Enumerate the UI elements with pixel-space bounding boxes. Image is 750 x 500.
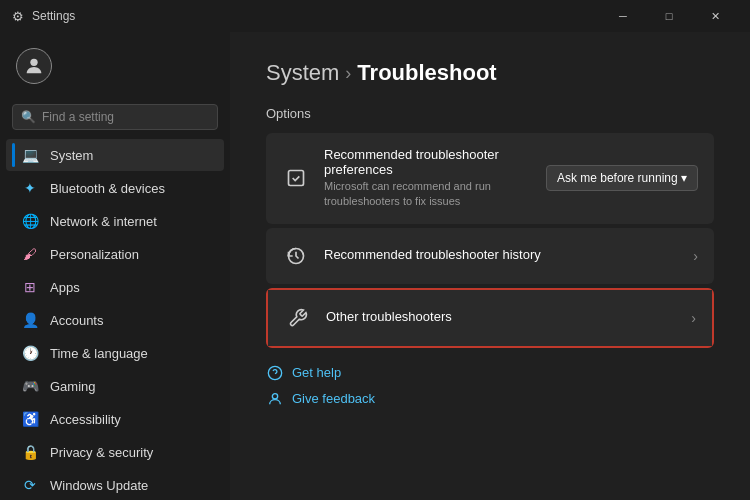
breadcrumb-parent[interactable]: System [266, 60, 339, 86]
other-troubleshooters-chevron: › [691, 310, 696, 326]
sidebar-item-system[interactable]: 💻System [6, 139, 224, 171]
avatar[interactable] [16, 48, 52, 84]
breadcrumb-arrow: › [345, 63, 351, 84]
card-other-troubleshooters: Other troubleshooters› [266, 288, 714, 348]
titlebar: ⚙ Settings ─ □ ✕ [0, 0, 750, 32]
main-layout: 🔍 💻System✦Bluetooth & devices🌐Network & … [0, 32, 750, 500]
other-troubleshooters-title: Other troubleshooters [326, 309, 677, 324]
recommended-prefs-title: Recommended troubleshooter preferences [324, 147, 532, 177]
gaming-icon: 🎮 [22, 378, 38, 394]
search-input[interactable] [42, 110, 209, 124]
other-troubleshooters-icon [284, 304, 312, 332]
accounts-icon: 👤 [22, 312, 38, 328]
sidebar-label-network: Network & internet [50, 214, 157, 229]
system-icon: 💻 [22, 147, 38, 163]
search-box[interactable]: 🔍 [12, 104, 218, 130]
sidebar-label-windows-update: Windows Update [50, 478, 148, 493]
get-help-label: Get help [292, 365, 341, 380]
settings-icon: ⚙ [12, 9, 24, 24]
sidebar-label-time: Time & language [50, 346, 148, 361]
windows-update-icon: ⟳ [22, 477, 38, 493]
bluetooth-icon: ✦ [22, 180, 38, 196]
content-area: System › Troubleshoot Options Recommende… [230, 32, 750, 500]
sidebar-item-gaming[interactable]: 🎮Gaming [6, 370, 224, 402]
breadcrumb: System › Troubleshoot [266, 60, 714, 86]
recommended-prefs-text: Recommended troubleshooter preferencesMi… [324, 147, 532, 210]
card-row-recommended-prefs[interactable]: Recommended troubleshooter preferencesMi… [266, 133, 714, 224]
link-get-help[interactable]: Get help [266, 364, 714, 382]
cards-list: Recommended troubleshooter preferencesMi… [266, 133, 714, 348]
recommended-history-text: Recommended troubleshooter history [324, 247, 679, 264]
sidebar-label-accounts: Accounts [50, 313, 103, 328]
card-recommended-prefs: Recommended troubleshooter preferencesMi… [266, 133, 714, 224]
recommended-history-title: Recommended troubleshooter history [324, 247, 679, 262]
card-recommended-history: Recommended troubleshooter history› [266, 228, 714, 284]
sidebar-label-system: System [50, 148, 93, 163]
close-button[interactable]: ✕ [692, 0, 738, 32]
sidebar-label-apps: Apps [50, 280, 80, 295]
card-row-other-troubleshooters[interactable]: Other troubleshooters› [268, 290, 712, 346]
svg-point-0 [30, 59, 37, 66]
recommended-prefs-dropdown[interactable]: Ask me before running ▾ [546, 165, 698, 191]
recommended-history-chevron: › [693, 248, 698, 264]
sidebar-item-time[interactable]: 🕐Time & language [6, 337, 224, 369]
sidebar-item-personalization[interactable]: 🖌Personalization [6, 238, 224, 270]
get-help-icon [266, 364, 284, 382]
recommended-prefs-subtitle: Microsoft can recommend and run troubles… [324, 179, 532, 210]
network-icon: 🌐 [22, 213, 38, 229]
breadcrumb-current: Troubleshoot [357, 60, 496, 86]
titlebar-title: Settings [32, 9, 75, 23]
recommended-prefs-icon [282, 164, 310, 192]
sidebar-item-bluetooth[interactable]: ✦Bluetooth & devices [6, 172, 224, 204]
personalization-icon: 🖌 [22, 246, 38, 262]
svg-rect-1 [289, 171, 304, 186]
maximize-button[interactable]: □ [646, 0, 692, 32]
sidebar-item-accessibility[interactable]: ♿Accessibility [6, 403, 224, 435]
nav-list: 💻System✦Bluetooth & devices🌐Network & in… [0, 138, 230, 500]
sidebar-label-gaming: Gaming [50, 379, 96, 394]
sidebar-item-apps[interactable]: ⊞Apps [6, 271, 224, 303]
accessibility-icon: ♿ [22, 411, 38, 427]
link-give-feedback[interactable]: Give feedback [266, 390, 714, 408]
sidebar: 🔍 💻System✦Bluetooth & devices🌐Network & … [0, 32, 230, 500]
time-icon: 🕐 [22, 345, 38, 361]
minimize-button[interactable]: ─ [600, 0, 646, 32]
sidebar-item-network[interactable]: 🌐Network & internet [6, 205, 224, 237]
sidebar-label-privacy: Privacy & security [50, 445, 153, 460]
apps-icon: ⊞ [22, 279, 38, 295]
svg-point-5 [272, 393, 277, 398]
card-row-recommended-history[interactable]: Recommended troubleshooter history› [266, 228, 714, 284]
sidebar-label-bluetooth: Bluetooth & devices [50, 181, 165, 196]
sidebar-label-accessibility: Accessibility [50, 412, 121, 427]
user-profile [0, 40, 230, 100]
sidebar-label-personalization: Personalization [50, 247, 139, 262]
give-feedback-icon [266, 390, 284, 408]
recommended-history-icon [282, 242, 310, 270]
titlebar-controls: ─ □ ✕ [600, 0, 738, 32]
section-label: Options [266, 106, 714, 121]
sidebar-item-windows-update[interactable]: ⟳Windows Update [6, 469, 224, 500]
other-troubleshooters-text: Other troubleshooters [326, 309, 677, 326]
search-icon: 🔍 [21, 110, 36, 124]
privacy-icon: 🔒 [22, 444, 38, 460]
sidebar-item-privacy[interactable]: 🔒Privacy & security [6, 436, 224, 468]
give-feedback-label: Give feedback [292, 391, 375, 406]
links-section: Get helpGive feedback [266, 364, 714, 408]
sidebar-item-accounts[interactable]: 👤Accounts [6, 304, 224, 336]
